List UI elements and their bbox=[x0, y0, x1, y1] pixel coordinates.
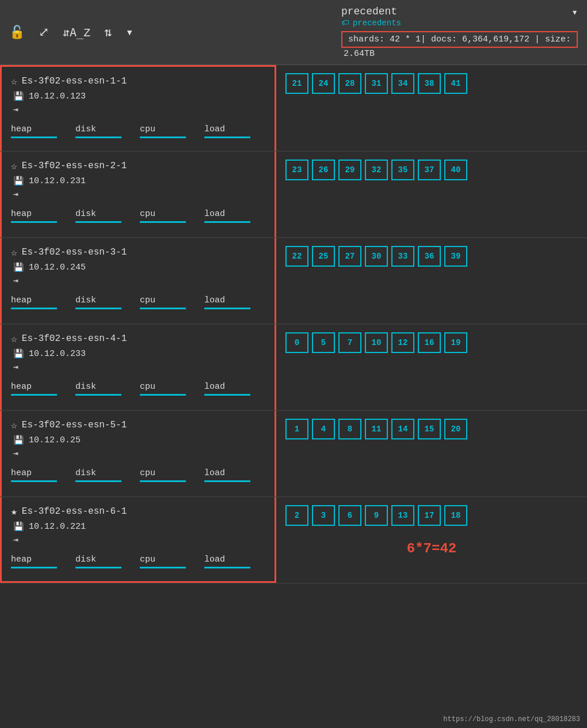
shard-box-29[interactable]: 29 bbox=[338, 160, 361, 180]
metric-bar-load-4 bbox=[204, 394, 250, 396]
node-info-4: ☆ Es-3f02-ess-esn-4-1 💾 10.12.0.233 ⇥ he… bbox=[0, 324, 276, 410]
footer-url: https://blog.csdn.net/qq_28018283 bbox=[443, 715, 580, 723]
shard-box-31[interactable]: 31 bbox=[365, 73, 388, 94]
metric-load-1: load bbox=[204, 124, 250, 138]
shard-box-17[interactable]: 17 bbox=[418, 505, 441, 526]
shard-box-28[interactable]: 28 bbox=[338, 73, 361, 94]
shard-box-30[interactable]: 30 bbox=[365, 246, 388, 267]
node-name-6: Es-3f02-ess-esn-6-1 bbox=[22, 506, 127, 517]
node-tag-icon-6: ⇥ bbox=[13, 536, 18, 545]
metric-bar-disk-6 bbox=[75, 567, 121, 568]
shard-box-20[interactable]: 20 bbox=[444, 419, 467, 439]
shard-box-7[interactable]: 7 bbox=[338, 332, 361, 353]
shard-box-4[interactable]: 4 bbox=[312, 419, 335, 439]
metric-load-3: load bbox=[204, 295, 250, 309]
metric-label-cpu-3: cpu bbox=[140, 295, 155, 305]
shard-box-6[interactable]: 6 bbox=[338, 505, 361, 526]
shards-info-box: shards: 42 * 1| docs: 6,364,619,172 | si… bbox=[341, 31, 578, 48]
shard-box-14[interactable]: 14 bbox=[391, 419, 414, 439]
shard-box-13[interactable]: 13 bbox=[391, 505, 414, 526]
node-star-6[interactable]: ★ bbox=[11, 505, 17, 518]
node-star-4[interactable]: ☆ bbox=[11, 332, 17, 345]
header-info-panel: ▾ precedent 🏷 precedents shards: 42 * 1|… bbox=[341, 6, 578, 59]
node-tag-icon-4: ⇥ bbox=[13, 363, 18, 373]
shards-panel-1: 21242831343841 bbox=[276, 65, 587, 151]
toolbar: 🔓 ⤢ ⇵A̲​Z ⇅ ▾ ▾ precedent 🏷 precedents s… bbox=[0, 0, 587, 65]
metric-bar-disk-1 bbox=[75, 136, 121, 138]
metric-label-disk-4: disk bbox=[75, 382, 96, 392]
node-info-1: ☆ Es-3f02-ess-esn-1-1 💾 10.12.0.123 ⇥ he… bbox=[0, 65, 276, 151]
metric-bar-cpu-2 bbox=[140, 221, 186, 223]
metric-bar-cpu-3 bbox=[140, 308, 186, 309]
metric-label-heap-4: heap bbox=[11, 382, 32, 392]
shard-box-25[interactable]: 25 bbox=[312, 246, 335, 267]
shard-box-23[interactable]: 23 bbox=[285, 160, 308, 180]
node-metrics-5: heap disk cpu load bbox=[11, 464, 265, 482]
metric-heap-4: heap bbox=[11, 382, 57, 396]
shard-box-9[interactable]: 9 bbox=[365, 505, 388, 526]
shard-box-3[interactable]: 3 bbox=[312, 505, 335, 526]
metric-disk-3: disk bbox=[75, 295, 121, 309]
shard-box-36[interactable]: 36 bbox=[418, 246, 441, 267]
metric-label-load-2: load bbox=[204, 209, 225, 219]
node-star-5[interactable]: ☆ bbox=[11, 419, 17, 431]
shard-box-35[interactable]: 35 bbox=[391, 160, 414, 180]
shard-box-16[interactable]: 16 bbox=[418, 332, 441, 353]
metric-heap-5: heap bbox=[11, 468, 57, 482]
node-tag-icon-1: ⇥ bbox=[13, 105, 18, 115]
metric-bar-cpu-1 bbox=[140, 136, 186, 138]
dropdown-arrow-icon[interactable]: ▾ bbox=[571, 6, 578, 18]
node-row-1: ☆ Es-3f02-ess-esn-1-1 💾 10.12.0.123 ⇥ he… bbox=[0, 65, 587, 151]
shard-box-22[interactable]: 22 bbox=[285, 246, 308, 267]
node-ip-5: 10.12.0.25 bbox=[29, 435, 81, 445]
metric-label-load-6: load bbox=[204, 555, 225, 564]
metric-bar-disk-3 bbox=[75, 308, 121, 309]
metric-label-heap-1: heap bbox=[11, 124, 32, 134]
shard-box-10[interactable]: 10 bbox=[365, 332, 388, 353]
precedent-title: precedent bbox=[341, 6, 561, 17]
shard-box-41[interactable]: 41 bbox=[444, 73, 467, 94]
shard-box-34[interactable]: 34 bbox=[391, 73, 414, 94]
sort-icon[interactable]: ⇵A̲​Z bbox=[63, 25, 90, 40]
shard-box-39[interactable]: 39 bbox=[444, 246, 467, 267]
shards-panel-3: 22252730333639 bbox=[276, 238, 587, 324]
metric-bar-heap-2 bbox=[11, 221, 57, 223]
shard-box-11[interactable]: 11 bbox=[365, 419, 388, 439]
filter-icon[interactable]: ▾ bbox=[125, 25, 133, 40]
shard-box-40[interactable]: 40 bbox=[444, 160, 467, 180]
node-name-1: Es-3f02-ess-esn-1-1 bbox=[22, 76, 127, 86]
shard-box-37[interactable]: 37 bbox=[418, 160, 441, 180]
node-star-3[interactable]: ☆ bbox=[11, 246, 17, 259]
shard-box-15[interactable]: 15 bbox=[418, 419, 441, 439]
shard-box-0[interactable]: 0 bbox=[285, 332, 308, 353]
shard-box-5[interactable]: 5 bbox=[312, 332, 335, 353]
node-star-2[interactable]: ☆ bbox=[11, 160, 17, 172]
shard-box-26[interactable]: 26 bbox=[312, 160, 335, 180]
lock-icon[interactable]: 🔓 bbox=[9, 25, 25, 40]
shard-box-18[interactable]: 18 bbox=[444, 505, 467, 526]
expand-icon[interactable]: ⤢ bbox=[39, 25, 49, 40]
disk-icon-6: 💾 bbox=[13, 521, 24, 532]
shard-box-12[interactable]: 12 bbox=[391, 332, 414, 353]
metric-label-disk-5: disk bbox=[75, 468, 96, 478]
shard-box-19[interactable]: 19 bbox=[444, 332, 467, 353]
math-annotation: 6*7=42 bbox=[285, 541, 578, 556]
metric-heap-6: heap bbox=[11, 555, 57, 568]
shard-box-32[interactable]: 32 bbox=[365, 160, 388, 180]
shard-box-21[interactable]: 21 bbox=[285, 73, 308, 94]
node-star-1[interactable]: ☆ bbox=[11, 75, 17, 88]
metric-label-heap-3: heap bbox=[11, 295, 32, 305]
shard-box-2[interactable]: 2 bbox=[285, 505, 308, 526]
shard-box-8[interactable]: 8 bbox=[338, 419, 361, 439]
shard-box-38[interactable]: 38 bbox=[418, 73, 441, 94]
shard-box-1[interactable]: 1 bbox=[285, 419, 308, 439]
shard-box-24[interactable]: 24 bbox=[312, 73, 335, 94]
disk-icon-1: 💾 bbox=[13, 91, 24, 102]
metric-load-2: load bbox=[204, 209, 250, 223]
metric-bar-heap-5 bbox=[11, 480, 57, 482]
node-metrics-6: heap disk cpu load bbox=[11, 550, 265, 568]
shard-box-27[interactable]: 27 bbox=[338, 246, 361, 267]
shard-box-33[interactable]: 33 bbox=[391, 246, 414, 267]
shards-panel-4: 05710121619 bbox=[276, 324, 587, 410]
sort-az-icon[interactable]: ⇅ bbox=[104, 25, 112, 40]
